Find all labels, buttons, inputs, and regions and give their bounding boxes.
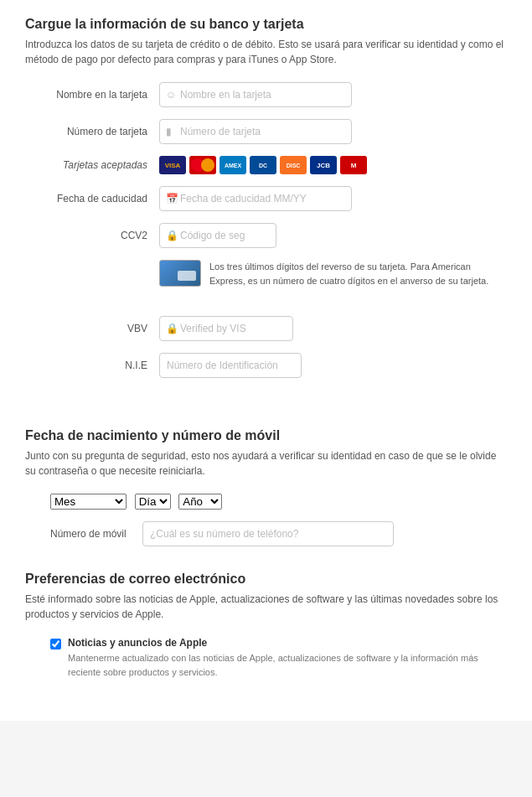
spacer — [25, 299, 507, 316]
nie-row: N.I.E — [25, 353, 507, 378]
discover-badge: DISC — [280, 156, 307, 174]
vbv-field-wrapper: 🔒 — [159, 316, 302, 341]
page-container: Cargue la información de su banco y tarj… — [0, 0, 532, 721]
dob-section: Fecha de nacimiento y número de móvil Ju… — [25, 428, 507, 546]
year-select[interactable]: Año 200019991998 — [178, 494, 222, 510]
email-section-title: Preferencias de correo electrónico — [25, 572, 507, 587]
vbv-row: VBV 🔒 — [25, 316, 507, 341]
apple-news-checkbox[interactable] — [50, 639, 61, 650]
ccv-card-image — [159, 260, 201, 287]
nie-label: N.I.E — [25, 360, 159, 371]
ccv-row: CCV2 🔒 — [25, 223, 507, 248]
accepted-cards-row: Tarjetas aceptadas VISA AMEX DC DISC JCB… — [25, 156, 507, 174]
vbv-lock-icon: 🔒 — [166, 323, 178, 334]
mastercard-badge — [189, 156, 216, 174]
card-name-field-wrapper: ☺ — [159, 82, 352, 107]
dob-selects-row: Mes EneroFebreroMarzo AbrilMayoJunio Jul… — [25, 494, 507, 510]
card-desc-text: Introduzca los datos de su tarjeta de cr… — [25, 39, 504, 65]
amex-badge: AMEX — [220, 156, 246, 174]
email-section: Preferencias de correo electrónico Esté … — [25, 572, 507, 679]
card-section-desc: Introduzca los datos de su tarjeta de cr… — [25, 37, 507, 67]
card-name-input[interactable] — [159, 82, 352, 107]
phone-row: Número de móvil — [25, 521, 507, 546]
day-select[interactable]: Día 1234 5678 910 — [135, 494, 171, 510]
card-section-title: Cargue la información de su banco y tarj… — [25, 17, 507, 32]
vbv-input[interactable] — [159, 316, 293, 341]
expiry-row: Fecha de caducidad 📅 — [25, 186, 507, 211]
card-name-row: Nombre en la tarjeta ☺ — [25, 82, 507, 107]
ccv-label: CCV2 — [25, 230, 159, 241]
ccv-info-row: Los tres últimos dígitos del reverso de … — [159, 260, 507, 287]
email-section-desc: Esté informado sobre las noticias de App… — [25, 592, 507, 622]
dob-section-title: Fecha de nacimiento y número de móvil — [25, 428, 507, 443]
section-spacer — [25, 403, 507, 428]
accepted-cards-label: Tarjetas aceptadas — [25, 159, 159, 171]
diners-badge: DC — [250, 156, 276, 174]
apple-news-checkbox-title: Noticias y anuncios de Apple — [68, 637, 507, 649]
apple-news-checkbox-desc: Mantenerme actualizado con las noticias … — [68, 651, 507, 679]
card-number-label: Número de tarjeta — [25, 126, 159, 137]
card-name-label: Nombre en la tarjeta — [25, 89, 159, 101]
apple-news-checkbox-row: Noticias y anuncios de Apple Mantenerme … — [25, 637, 507, 679]
person-icon: ☺ — [166, 89, 176, 101]
visa-badge: VISA — [159, 156, 186, 174]
expiry-label: Fecha de caducidad — [25, 193, 159, 204]
nie-input[interactable] — [159, 353, 302, 378]
card-section: Cargue la información de su banco y tarj… — [25, 17, 507, 378]
ccv-description: Los tres últimos dígitos del reverso de … — [209, 260, 507, 287]
card-number-field-wrapper: ▮ — [159, 119, 352, 144]
lock-icon: 🔒 — [166, 230, 178, 241]
jcb-badge: JCB — [310, 156, 337, 174]
calendar-icon: 📅 — [166, 193, 178, 204]
dob-section-desc: Junto con su pregunta de seguridad, esto… — [25, 448, 507, 479]
cards-list: VISA AMEX DC DISC JCB M — [159, 156, 367, 174]
maestro-badge: M — [340, 156, 367, 174]
ccv-field-wrapper: 🔒 — [159, 223, 302, 248]
month-select[interactable]: Mes EneroFebreroMarzo AbrilMayoJunio Jul… — [50, 494, 127, 510]
card-number-row: Número de tarjeta ▮ — [25, 119, 507, 144]
phone-input[interactable] — [142, 521, 394, 546]
apple-news-checkbox-content: Noticias y anuncios de Apple Mantenerme … — [68, 637, 507, 679]
expiry-field-wrapper: 📅 — [159, 186, 352, 211]
card-number-input[interactable] — [159, 119, 352, 144]
vbv-label: VBV — [25, 323, 159, 334]
phone-label: Número de móvil — [50, 528, 142, 540]
expiry-input[interactable] — [159, 186, 352, 211]
card-icon: ▮ — [166, 126, 172, 137]
